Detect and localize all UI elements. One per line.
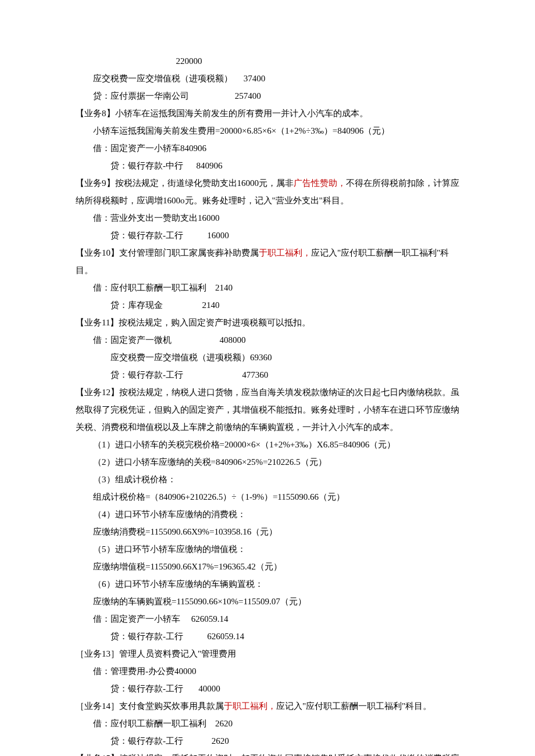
text-segment: 应记入"应付职工薪酬一职工福利"科 (311, 248, 449, 257)
text-segment: 应交税费一应交增值税（进项税额）69360 (110, 353, 272, 362)
text-segment: 贷：库存现金 2140 (110, 300, 220, 310)
text-segment: 贷：银行存款-工行 477360 (110, 370, 268, 379)
text-line: 【业务9】按税法规定，街道绿化赞助支出16000元，属非广告性赞助，不得在所得税… (76, 174, 477, 192)
text-line: （2）进口小轿车应缴纳的关税=840906×25%=210226.5（元） (76, 453, 477, 471)
text-segment: 220000 (76, 56, 202, 66)
text-segment: 贷：银行存款-工行 2620 (110, 736, 229, 746)
text-line: 小轿车运抵我国海关前发生费用=20000×6.85×6×（1+2%÷3‰）=84… (76, 122, 477, 139)
text-line: 组成计税价格=（840906+210226.5）÷（1-9%）=1155090.… (76, 488, 477, 506)
text-line: 应缴纳的车辆购置税=1155090.66×10%=115509.07（元） (76, 593, 477, 610)
text-segment: 贷：银行存款-中行 840906 (110, 161, 223, 170)
text-segment: 【业务8】小轿车在运抵我国海关前发生的所有费用一并计入小汽车的成本。 (76, 109, 368, 118)
text-segment: 小轿车运抵我国海关前发生费用=20000×6.85×6×（1+2%÷3‰）=84… (93, 126, 390, 135)
text-line: 应交税费一应交增值税（进项税额）69360 (76, 349, 477, 366)
text-line: 应缴纳消费税=1155090.66X9%=103958.16（元） (76, 523, 477, 540)
text-segment: 借：营业外支出一赞助支出16000 (93, 213, 220, 223)
highlighted-text: 于职工福利， (259, 248, 311, 257)
text-segment: 借：应付职工薪酬一职工福利 2620 (93, 719, 233, 728)
text-segment: 【业务10】支付管理部门职工家属丧葬补助费属 (76, 248, 259, 257)
text-segment: 应交税费一应交增值税（进项税额） 37400 (93, 74, 265, 83)
text-segment: （6）进口环节小轿车应缴纳的车辆购置税： (93, 579, 263, 589)
text-segment: 借：固定资产一小轿车840906 (93, 144, 206, 153)
text-segment: 然取得了完税凭证，但购入的固定资产，其增值税不能抵扣。账务处理时，小轿车在进口环… (76, 405, 459, 414)
text-line: 应缴纳增值税=1155090.66X17%=196365.42（元） (76, 558, 477, 575)
text-line: 贷：银行存款-工行 16000 (76, 227, 477, 244)
text-segment: 贷：银行存款-工行 40000 (110, 684, 220, 693)
text-line: （3）组成计税价格： (76, 471, 477, 488)
text-segment: 借：应付职工薪酬一职工福利 2140 (93, 283, 233, 292)
text-segment: 贷：银行存款-工行 626059.14 (110, 632, 244, 641)
text-segment: 应记入"应付职工薪酬一职工福利"科目。 (276, 701, 431, 711)
text-line: （1）进口小轿车的关税完税价格=20000×6×（1+2%+3‰）X6.85=8… (76, 436, 477, 453)
document-body: 220000应交税费一应交增值税（进项税额） 37400贷：应付票据一华南公司 … (76, 52, 477, 756)
text-segment: 应缴纳的车辆购置税=1155090.66×10%=115509.07（元） (93, 597, 306, 606)
text-line: 贷：银行存款-工行 626059.14 (76, 628, 477, 645)
text-line: ［业务14］支付食堂购买炊事用具款属于职工福利，应记入"应付职工薪酬一职工福利"… (76, 697, 477, 715)
text-segment: 【业务11】按税法规定，购入固定资产时进项税额可以抵扣。 (76, 318, 311, 327)
text-line: （6）进口环节小轿车应缴纳的车辆购置税： (76, 575, 477, 593)
text-line: 借：应付职工薪酬一职工福利 2620 (76, 715, 477, 732)
text-segment: 借：固定资产一微机 408000 (93, 335, 246, 345)
text-segment: 贷：银行存款-工行 16000 (110, 231, 229, 240)
text-line: 关税、消费税和增值税以及上车牌之前缴纳的车辆购置税，一并计入小汽车的成本。 (76, 418, 477, 436)
text-line: （4）进口环节小轿车应缴纳的消费税： (76, 506, 477, 523)
text-segment: （3）组成计税价格： (93, 475, 176, 484)
text-line: 220000 (76, 52, 477, 70)
text-segment: （2）进口小轿车应缴纳的关税=840906×25%=210226.5（元） (93, 457, 327, 467)
text-segment: （4）进口环节小轿车应缴纳的消费税： (93, 510, 246, 519)
text-segment: （1）进口小轿车的关税完税价格=20000×6×（1+2%+3‰）X6.85=8… (93, 440, 395, 449)
text-line: 借：固定资产一小轿车 626059.14 (76, 610, 477, 628)
text-line: 借：营业外支出一赞助支出16000 (76, 209, 477, 227)
text-segment: ［业务14］支付食堂购买炊事用具款属 (76, 701, 224, 711)
text-line: 借：固定资产一小轿车840906 (76, 139, 477, 157)
text-line: 贷：库存现金 2140 (76, 296, 477, 314)
text-segment: 组成计税价格=（840906+210226.5）÷（1-9%）=1155090.… (93, 492, 345, 501)
text-segment: （5）进口环节小轿车应缴纳的增值税： (93, 544, 246, 554)
text-line: 贷：银行存款-工行 477360 (76, 366, 477, 384)
text-line: 贷：应付票据一华南公司 257400 (76, 87, 477, 105)
text-line: 【业务10】支付管理部门职工家属丧葬补助费属于职工福利，应记入"应付职工薪酬一职… (76, 244, 477, 261)
text-segment: 纳所得税额时，应调增1600o元。账务处理时，记入"营业外支出"科目。 (76, 196, 349, 205)
text-segment: 【业务9】按税法规定，街道绿化赞助支出16000元，属非 (76, 178, 294, 188)
highlighted-text: 广告性赞助， (294, 178, 346, 188)
text-segment: 应缴纳增值税=1155090.66X17%=196365.42（元） (93, 562, 282, 571)
text-segment: ［业务13］管理人员资料费记入"管理费用 (76, 649, 236, 658)
text-segment: 借：管理费用-办公费40000 (93, 667, 197, 676)
text-line: 【业务15】按税法规定，委托加工物资时，加工物资收回直接销售时受托方直接代收代缴… (76, 750, 477, 756)
text-line: 贷：银行存款-工行 40000 (76, 680, 477, 697)
text-segment: 借：固定资产一小轿车 626059.14 (93, 614, 229, 624)
text-segment: 贷：应付票据一华南公司 257400 (93, 91, 261, 101)
text-line: 【业务8】小轿车在运抵我国海关前发生的所有费用一并计入小汽车的成本。 (76, 105, 477, 122)
text-segment: 关税、消费税和增值税以及上车牌之前缴纳的车辆购置税，一并计入小汽车的成本。 (76, 422, 398, 432)
text-line: 目。 (76, 261, 477, 279)
text-line: 纳所得税额时，应调增1600o元。账务处理时，记入"营业外支出"科目。 (76, 192, 477, 209)
text-line: 【业务11】按税法规定，购入固定资产时进项税额可以抵扣。 (76, 314, 477, 331)
text-segment: 应缴纳消费税=1155090.66X9%=103958.16（元） (93, 527, 277, 536)
text-line: ［业务13］管理人员资料费记入"管理费用 (76, 645, 477, 662)
text-line: 借：固定资产一微机 408000 (76, 331, 477, 349)
highlighted-text: 于职工福利， (224, 701, 276, 711)
text-line: 贷：银行存款-工行 2620 (76, 732, 477, 750)
text-segment: 【业务12】按税法规定，纳税人进口货物，应当自海关填发税款缴纳证的次日起七日内缴… (76, 388, 459, 397)
text-line: 应交税费一应交增值税（进项税额） 37400 (76, 70, 477, 87)
text-segment: 【业务15】按税法规定，委托加工物资时，加工物资收回直接销售时受托方直接代收代缴… (76, 754, 459, 756)
text-line: 然取得了完税凭证，但购入的固定资产，其增值税不能抵扣。账务处理时，小轿车在进口环… (76, 401, 477, 418)
text-segment: 不得在所得税前扣除，计算应 (346, 178, 459, 188)
text-segment: 目。 (76, 266, 93, 275)
text-line: 借：管理费用-办公费40000 (76, 662, 477, 680)
text-line: 【业务12】按税法规定，纳税人进口货物，应当自海关填发税款缴纳证的次日起七日内缴… (76, 384, 477, 401)
text-line: （5）进口环节小轿车应缴纳的增值税： (76, 540, 477, 558)
text-line: 贷：银行存款-中行 840906 (76, 157, 477, 174)
text-line: 借：应付职工薪酬一职工福利 2140 (76, 279, 477, 296)
